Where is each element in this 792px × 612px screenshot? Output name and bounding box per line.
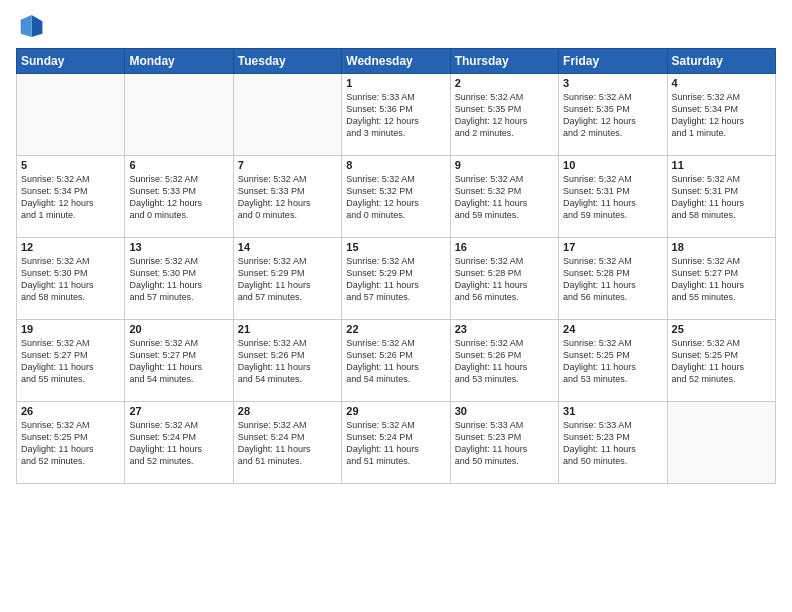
calendar-week-row: 1Sunrise: 5:33 AM Sunset: 5:36 PM Daylig… (17, 74, 776, 156)
calendar-cell: 14Sunrise: 5:32 AM Sunset: 5:29 PM Dayli… (233, 238, 341, 320)
day-number: 26 (21, 405, 120, 417)
calendar-cell: 19Sunrise: 5:32 AM Sunset: 5:27 PM Dayli… (17, 320, 125, 402)
calendar-cell: 4Sunrise: 5:32 AM Sunset: 5:34 PM Daylig… (667, 74, 775, 156)
day-detail: Sunrise: 5:32 AM Sunset: 5:29 PM Dayligh… (238, 255, 337, 304)
day-detail: Sunrise: 5:32 AM Sunset: 5:25 PM Dayligh… (672, 337, 771, 386)
day-number: 14 (238, 241, 337, 253)
calendar-cell: 8Sunrise: 5:32 AM Sunset: 5:32 PM Daylig… (342, 156, 450, 238)
day-number: 23 (455, 323, 554, 335)
calendar-cell: 5Sunrise: 5:32 AM Sunset: 5:34 PM Daylig… (17, 156, 125, 238)
calendar-cell: 9Sunrise: 5:32 AM Sunset: 5:32 PM Daylig… (450, 156, 558, 238)
day-number: 8 (346, 159, 445, 171)
day-number: 5 (21, 159, 120, 171)
day-number: 3 (563, 77, 662, 89)
day-detail: Sunrise: 5:32 AM Sunset: 5:30 PM Dayligh… (21, 255, 120, 304)
day-detail: Sunrise: 5:32 AM Sunset: 5:32 PM Dayligh… (346, 173, 445, 222)
day-detail: Sunrise: 5:32 AM Sunset: 5:33 PM Dayligh… (129, 173, 228, 222)
day-detail: Sunrise: 5:32 AM Sunset: 5:26 PM Dayligh… (238, 337, 337, 386)
day-number: 13 (129, 241, 228, 253)
calendar-cell: 26Sunrise: 5:32 AM Sunset: 5:25 PM Dayli… (17, 402, 125, 484)
calendar-cell: 1Sunrise: 5:33 AM Sunset: 5:36 PM Daylig… (342, 74, 450, 156)
day-detail: Sunrise: 5:32 AM Sunset: 5:34 PM Dayligh… (672, 91, 771, 140)
day-number: 21 (238, 323, 337, 335)
day-detail: Sunrise: 5:32 AM Sunset: 5:31 PM Dayligh… (672, 173, 771, 222)
weekday-header: Wednesday (342, 49, 450, 74)
header (16, 12, 776, 40)
day-detail: Sunrise: 5:33 AM Sunset: 5:23 PM Dayligh… (455, 419, 554, 468)
day-detail: Sunrise: 5:33 AM Sunset: 5:23 PM Dayligh… (563, 419, 662, 468)
day-detail: Sunrise: 5:32 AM Sunset: 5:35 PM Dayligh… (563, 91, 662, 140)
day-detail: Sunrise: 5:32 AM Sunset: 5:28 PM Dayligh… (455, 255, 554, 304)
calendar-cell: 29Sunrise: 5:32 AM Sunset: 5:24 PM Dayli… (342, 402, 450, 484)
calendar-week-row: 5Sunrise: 5:32 AM Sunset: 5:34 PM Daylig… (17, 156, 776, 238)
day-detail: Sunrise: 5:32 AM Sunset: 5:27 PM Dayligh… (129, 337, 228, 386)
day-number: 16 (455, 241, 554, 253)
calendar-cell: 25Sunrise: 5:32 AM Sunset: 5:25 PM Dayli… (667, 320, 775, 402)
weekday-header: Thursday (450, 49, 558, 74)
day-detail: Sunrise: 5:32 AM Sunset: 5:32 PM Dayligh… (455, 173, 554, 222)
svg-marker-1 (21, 15, 32, 37)
day-number: 30 (455, 405, 554, 417)
calendar-cell: 21Sunrise: 5:32 AM Sunset: 5:26 PM Dayli… (233, 320, 341, 402)
calendar-cell: 28Sunrise: 5:32 AM Sunset: 5:24 PM Dayli… (233, 402, 341, 484)
calendar-cell: 15Sunrise: 5:32 AM Sunset: 5:29 PM Dayli… (342, 238, 450, 320)
day-detail: Sunrise: 5:32 AM Sunset: 5:30 PM Dayligh… (129, 255, 228, 304)
day-number: 28 (238, 405, 337, 417)
day-number: 17 (563, 241, 662, 253)
calendar-cell: 12Sunrise: 5:32 AM Sunset: 5:30 PM Dayli… (17, 238, 125, 320)
calendar-cell (125, 74, 233, 156)
calendar-cell: 11Sunrise: 5:32 AM Sunset: 5:31 PM Dayli… (667, 156, 775, 238)
calendar-cell: 3Sunrise: 5:32 AM Sunset: 5:35 PM Daylig… (559, 74, 667, 156)
day-number: 29 (346, 405, 445, 417)
day-detail: Sunrise: 5:32 AM Sunset: 5:25 PM Dayligh… (563, 337, 662, 386)
calendar-cell: 27Sunrise: 5:32 AM Sunset: 5:24 PM Dayli… (125, 402, 233, 484)
day-number: 25 (672, 323, 771, 335)
day-number: 12 (21, 241, 120, 253)
calendar-cell: 2Sunrise: 5:32 AM Sunset: 5:35 PM Daylig… (450, 74, 558, 156)
calendar-cell: 30Sunrise: 5:33 AM Sunset: 5:23 PM Dayli… (450, 402, 558, 484)
day-detail: Sunrise: 5:32 AM Sunset: 5:27 PM Dayligh… (21, 337, 120, 386)
day-number: 2 (455, 77, 554, 89)
day-number: 15 (346, 241, 445, 253)
calendar-cell: 13Sunrise: 5:32 AM Sunset: 5:30 PM Dayli… (125, 238, 233, 320)
day-number: 6 (129, 159, 228, 171)
day-number: 24 (563, 323, 662, 335)
calendar-cell: 16Sunrise: 5:32 AM Sunset: 5:28 PM Dayli… (450, 238, 558, 320)
day-detail: Sunrise: 5:33 AM Sunset: 5:36 PM Dayligh… (346, 91, 445, 140)
day-number: 9 (455, 159, 554, 171)
day-number: 18 (672, 241, 771, 253)
day-number: 31 (563, 405, 662, 417)
svg-marker-0 (32, 15, 43, 37)
calendar-cell: 7Sunrise: 5:32 AM Sunset: 5:33 PM Daylig… (233, 156, 341, 238)
weekday-header: Tuesday (233, 49, 341, 74)
weekday-header: Friday (559, 49, 667, 74)
day-detail: Sunrise: 5:32 AM Sunset: 5:31 PM Dayligh… (563, 173, 662, 222)
logo (16, 12, 48, 40)
day-detail: Sunrise: 5:32 AM Sunset: 5:26 PM Dayligh… (455, 337, 554, 386)
logo-icon (16, 12, 44, 40)
day-detail: Sunrise: 5:32 AM Sunset: 5:24 PM Dayligh… (346, 419, 445, 468)
weekday-header: Sunday (17, 49, 125, 74)
page: SundayMondayTuesdayWednesdayThursdayFrid… (0, 0, 792, 612)
calendar-cell: 24Sunrise: 5:32 AM Sunset: 5:25 PM Dayli… (559, 320, 667, 402)
calendar-cell (233, 74, 341, 156)
calendar-cell (17, 74, 125, 156)
calendar-week-row: 26Sunrise: 5:32 AM Sunset: 5:25 PM Dayli… (17, 402, 776, 484)
day-detail: Sunrise: 5:32 AM Sunset: 5:29 PM Dayligh… (346, 255, 445, 304)
weekday-header-row: SundayMondayTuesdayWednesdayThursdayFrid… (17, 49, 776, 74)
day-number: 4 (672, 77, 771, 89)
calendar-cell: 20Sunrise: 5:32 AM Sunset: 5:27 PM Dayli… (125, 320, 233, 402)
day-detail: Sunrise: 5:32 AM Sunset: 5:27 PM Dayligh… (672, 255, 771, 304)
calendar-cell (667, 402, 775, 484)
day-detail: Sunrise: 5:32 AM Sunset: 5:25 PM Dayligh… (21, 419, 120, 468)
day-detail: Sunrise: 5:32 AM Sunset: 5:24 PM Dayligh… (129, 419, 228, 468)
calendar-cell: 18Sunrise: 5:32 AM Sunset: 5:27 PM Dayli… (667, 238, 775, 320)
day-number: 7 (238, 159, 337, 171)
calendar-cell: 22Sunrise: 5:32 AM Sunset: 5:26 PM Dayli… (342, 320, 450, 402)
day-detail: Sunrise: 5:32 AM Sunset: 5:26 PM Dayligh… (346, 337, 445, 386)
day-number: 27 (129, 405, 228, 417)
calendar-cell: 23Sunrise: 5:32 AM Sunset: 5:26 PM Dayli… (450, 320, 558, 402)
day-number: 20 (129, 323, 228, 335)
weekday-header: Monday (125, 49, 233, 74)
day-number: 19 (21, 323, 120, 335)
